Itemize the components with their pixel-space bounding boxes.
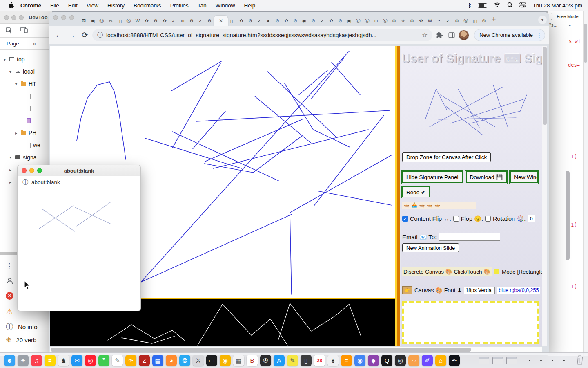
dock-launchpad[interactable]: ✦ <box>18 355 29 366</box>
disclosure-arrow[interactable]: ▾ <box>14 82 18 86</box>
disclosure-arrow[interactable]: ▸ <box>8 168 13 172</box>
browser-tab[interactable]: ✓ <box>443 16 452 26</box>
dock-pen-app[interactable]: ✒ <box>449 355 460 366</box>
browser-tab[interactable]: ✳ <box>399 16 408 26</box>
panel-scrollbar-track[interactable] <box>542 46 547 346</box>
dock-firefox[interactable]: ◕ <box>166 355 177 366</box>
browser-tab[interactable]: ◫ <box>115 16 124 26</box>
error-close-icon[interactable]: ✕ <box>6 292 13 300</box>
minimize-button[interactable] <box>11 15 16 20</box>
devtools-tree-item[interactable] <box>0 90 52 102</box>
url-text[interactable]: localhost:8888/HTMLCSS/user_of_signature… <box>106 32 419 38</box>
browser-tab[interactable]: ✿ <box>237 16 246 26</box>
drop-zone-button[interactable]: Drop Zone for Canvas After Click <box>402 152 491 162</box>
browser-tab[interactable]: ⚄ <box>79 16 88 26</box>
email-input[interactable] <box>439 233 500 241</box>
tab-search-chevron-icon[interactable]: ▾ <box>538 16 547 24</box>
menubar-clock[interactable]: Thu 28 Mar 4:23 pm <box>532 2 582 9</box>
battery-icon[interactable] <box>478 3 487 8</box>
browser-tab[interactable]: ✓ <box>255 16 264 26</box>
horizontal-scrollbar-track[interactable] <box>50 347 542 352</box>
dock-edit-app[interactable]: ✎ <box>287 355 298 366</box>
dock-notes[interactable]: ≡ <box>45 355 56 366</box>
font-input[interactable] <box>464 287 495 294</box>
devtools-tree-item-we[interactable]: we <box>0 139 52 151</box>
new-tab-button[interactable]: + <box>492 15 496 24</box>
popup-canvas[interactable] <box>18 188 140 311</box>
dock-q-app[interactable]: Q <box>381 355 392 366</box>
apple-menu-icon[interactable] <box>8 2 14 9</box>
browser-tab[interactable]: ✿ <box>160 16 169 26</box>
menubar-item-edit[interactable]: Edit <box>68 2 78 9</box>
dock-brush-app[interactable]: ✐ <box>422 355 433 366</box>
dock-preview[interactable]: ✑ <box>125 355 136 366</box>
browser-tab[interactable]: ⚙ <box>151 16 160 26</box>
profile-avatar[interactable] <box>459 30 469 40</box>
devtools-tree-item[interactable] <box>0 114 52 127</box>
browser-tab[interactable]: ⚙ <box>291 16 300 26</box>
dock-apple-tv[interactable]: ✇ <box>260 355 271 366</box>
browser-tab[interactable]: ◔ <box>434 16 443 26</box>
dock-phone[interactable]: ▯ <box>301 355 312 366</box>
address-bar[interactable]: ⓘ localhost:8888/HTMLCSS/user_of_signatu… <box>92 29 432 41</box>
devtools-hscroll-thumb[interactable] <box>0 252 19 255</box>
browser-tab[interactable]: ⚙ <box>479 16 488 26</box>
close-button[interactable] <box>4 15 9 20</box>
content-flip-checkbox[interactable]: ✓ <box>402 216 408 222</box>
dock-finder[interactable]: ☻ <box>4 355 15 366</box>
browser-tab[interactable]: ✿ <box>416 16 425 26</box>
dock-cards[interactable]: ♠ <box>327 355 339 366</box>
panel-scrollbar-thumb[interactable] <box>543 47 547 125</box>
menubar-item-tab[interactable]: Tab <box>198 2 207 9</box>
dock-amber-app[interactable]: ◉ <box>220 355 231 366</box>
devtools-more-icon[interactable]: ⋮ <box>6 262 13 271</box>
dock-app-store[interactable]: A <box>274 355 285 366</box>
menubar-item-history[interactable]: History <box>107 2 125 9</box>
browser-tab[interactable]: ✿ <box>282 16 291 26</box>
dock-messages[interactable]: ❞ <box>98 355 109 366</box>
menubar-item-bookmarks[interactable]: Bookmarks <box>134 2 161 9</box>
control-center-icon[interactable] <box>519 2 526 9</box>
browser-tab[interactable]: ⚙ <box>408 16 416 26</box>
verbose-row[interactable]: ❋ 20 verb <box>6 336 36 344</box>
browser-tab[interactable]: Ⓢ <box>124 16 133 26</box>
browser-tab[interactable]: ▣ <box>345 16 354 26</box>
browser-tab[interactable]: Ⓦ <box>461 16 470 26</box>
browser-tab[interactable]: ✓ <box>196 16 205 26</box>
extensions-puzzle-icon[interactable] <box>434 30 445 40</box>
browser-tab[interactable]: ⚙ <box>273 16 282 26</box>
minimized-window[interactable] <box>506 357 517 364</box>
dock-calendar[interactable]: 28 <box>314 355 325 366</box>
menubar-item-help[interactable]: Help <box>244 2 255 9</box>
flop-checkbox[interactable] <box>453 216 459 222</box>
browser-tab[interactable]: ⚙ <box>187 16 196 26</box>
browser-tab[interactable]: ◉ <box>300 16 309 26</box>
browser-tab[interactable]: Ⓢ <box>381 16 390 26</box>
popup-address-bar[interactable]: ⓘ about:blank <box>18 176 140 188</box>
dock-purple-app[interactable]: ◆ <box>368 355 379 366</box>
color-input[interactable] <box>497 287 540 294</box>
devtools-tree-item-local[interactable]: ▾☁local <box>0 65 52 78</box>
active-tab[interactable]: ✕ <box>214 16 228 26</box>
horizontal-scrollbar-thumb[interactable] <box>51 348 471 352</box>
update-chrome-button[interactable]: New Chrome available ⋮ <box>474 29 545 41</box>
browser-tab[interactable]: ⚙ <box>309 16 318 26</box>
browser-tab[interactable]: ✓ <box>318 16 327 26</box>
devtools-tree-item-PH[interactable]: ▸PH <box>0 127 52 139</box>
minimized-window[interactable] <box>479 357 489 364</box>
browser-tab[interactable]: ⚙ <box>246 16 255 26</box>
bookmark-star-icon[interactable]: ☆ <box>422 31 428 39</box>
dock-z-app[interactable]: Z <box>139 355 150 366</box>
chevron-down-icon[interactable]: ⌄ <box>568 22 572 27</box>
dock-pages[interactable]: ▱ <box>408 355 419 366</box>
more-tabs-icon[interactable]: » <box>33 40 36 47</box>
scrollbar-track[interactable] <box>583 11 588 356</box>
browser-tab[interactable]: ✓ <box>169 16 178 26</box>
menubar-item-file[interactable]: File <box>50 2 59 9</box>
back-button[interactable]: ← <box>53 29 65 41</box>
devtools-tree-item-HT[interactable]: ▾HT <box>0 78 52 90</box>
side-panel-icon[interactable] <box>446 30 457 40</box>
browser-tab[interactable]: ⊕ <box>372 16 381 26</box>
dock-mail[interactable]: ✉ <box>71 355 82 366</box>
scrollbar-thumb[interactable] <box>584 24 587 63</box>
